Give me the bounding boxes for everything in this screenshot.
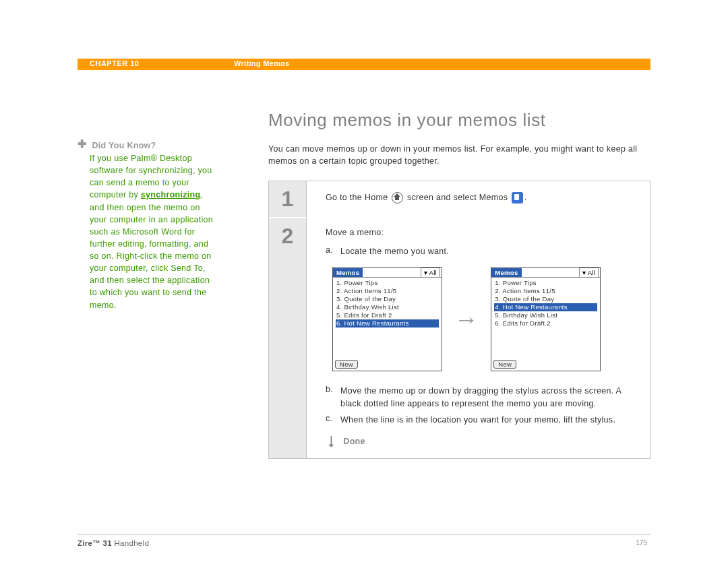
home-icon	[392, 192, 403, 204]
did-you-know-label: Did You Know?	[92, 141, 156, 150]
arrow-right-icon: →	[454, 305, 479, 334]
memo-item: 6. Edits for Draft 2	[494, 319, 597, 327]
chapter-title: Writing Memos	[234, 59, 290, 67]
footer-product: Zire™ 31 Handheld	[78, 539, 149, 547]
step-2-intro: Move a memo:	[326, 228, 635, 237]
substep-c: c. When the line is in the location you …	[326, 414, 635, 426]
step-number-1: 1	[269, 181, 307, 217]
done-label: Done	[343, 437, 365, 446]
memo-item: 2. Action Items 11/5	[336, 287, 439, 295]
step-1-text: Go to the Home screen and select Memos .	[326, 193, 527, 202]
memo-item: 5. Edits for Draft 2	[336, 311, 439, 319]
memo-item: 6. Hot New Restaurants	[336, 319, 439, 327]
memo-list-after: 1. Power Tips2. Action Items 11/53. Quot…	[491, 277, 600, 358]
chapter-header: CHAPTER 10 Writing Memos	[78, 59, 650, 70]
did-you-know-text: If you use Palm® Desktop software for sy…	[90, 152, 219, 311]
memos-screenshot-before: Memos ▾ All 1. Power Tips2. Action Items…	[332, 267, 442, 371]
memo-item: 3. Quote of the Day	[494, 295, 597, 303]
memo-list-before: 1. Power Tips2. Action Items 11/53. Quot…	[333, 277, 442, 358]
sidebar-did-you-know: ✚ Did You Know? If you use Palm® Desktop…	[78, 139, 219, 311]
memo-item: 4. Birthday Wish List	[336, 303, 439, 311]
new-button: New	[335, 360, 358, 369]
memos-title: Memos	[491, 268, 521, 277]
memo-item: 3. Quote of the Day	[336, 295, 439, 303]
step-1: 1 Go to the Home screen and select Memos…	[269, 181, 650, 217]
new-button: New	[493, 360, 516, 369]
category-dropdown: ▾ All	[579, 268, 599, 278]
chapter-number: CHAPTER 10	[90, 59, 139, 67]
memo-item: 4. Hot New Restaurants	[494, 303, 597, 311]
category-dropdown: ▾ All	[421, 268, 440, 278]
done-indicator: ⭣ Done	[326, 435, 635, 447]
page-heading: Moving memos in your memos list	[268, 110, 650, 131]
memo-item: 1. Power Tips	[494, 279, 597, 287]
page-number: 175	[636, 539, 647, 547]
footer-divider	[78, 534, 650, 535]
step-2: 2 Move a memo: a. Locate the memo you wa…	[269, 217, 650, 458]
memo-item: 1. Power Tips	[336, 279, 439, 287]
screenshot-row: Memos ▾ All 1. Power Tips2. Action Items…	[332, 267, 635, 371]
plus-icon: ✚	[78, 139, 86, 150]
done-arrow-icon: ⭣	[326, 435, 338, 447]
substep-b: b. Move the memo up or down by dragging …	[326, 385, 635, 409]
substep-a: a. Locate the memo you want.	[326, 245, 635, 257]
synchronizing-link[interactable]: synchronizing	[141, 190, 201, 199]
memo-item: 5. Birthday Wish List	[494, 311, 597, 319]
step-number-2: 2	[269, 217, 307, 458]
main-content: Moving memos in your memos list You can …	[268, 110, 650, 459]
memo-item: 2. Action Items 11/5	[494, 287, 597, 295]
memos-app-icon	[512, 192, 523, 204]
steps-container: 1 Go to the Home screen and select Memos…	[268, 181, 650, 459]
memos-title: Memos	[333, 268, 363, 277]
intro-text: You can move memos up or down in your me…	[268, 143, 650, 167]
memos-screenshot-after: Memos ▾ All 1. Power Tips2. Action Items…	[491, 267, 601, 371]
